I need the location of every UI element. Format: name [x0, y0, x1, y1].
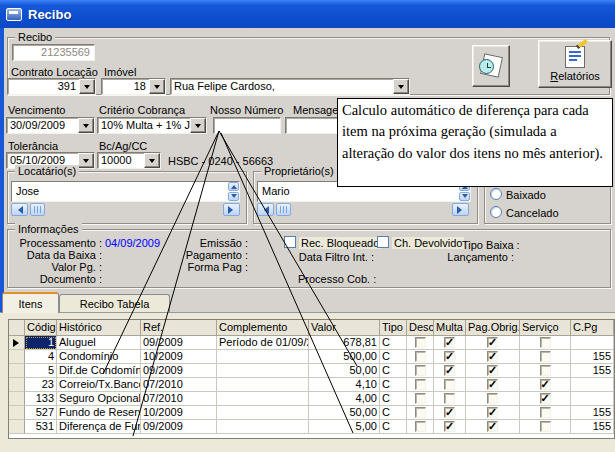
preview-button[interactable] — [472, 45, 510, 87]
grid-cell-codigo[interactable]: 23 — [25, 378, 57, 392]
endereco-combo[interactable]: Rua Felipe Cardoso, — [170, 78, 410, 95]
grid-cell-servico[interactable] — [520, 406, 571, 420]
contrato-locacao-combo[interactable]: 391 — [7, 78, 96, 95]
grid-checkbox-multa[interactable] — [444, 365, 455, 376]
grid-cell-pag_obrig[interactable] — [466, 336, 520, 350]
imovel-combo[interactable]: 18 — [101, 78, 166, 95]
grid-header-cell[interactable]: Histórico — [57, 320, 141, 336]
grid-cell-pag_obrig[interactable] — [466, 406, 520, 420]
row-indicator[interactable] — [9, 350, 25, 364]
grid-cell-multa[interactable] — [434, 406, 466, 420]
grid-cell-desc[interactable] — [407, 392, 434, 406]
grid-cell-complemento[interactable] — [217, 392, 309, 406]
grid-checkbox-multa[interactable] — [444, 379, 455, 390]
grid-cell-valor[interactable]: 4,10 — [309, 378, 380, 392]
grid-cell-complemento[interactable] — [217, 406, 309, 420]
grid-checkbox-servico[interactable] — [540, 421, 551, 432]
grid-header-cell[interactable]: Multa — [434, 320, 466, 336]
grid-cell-ref[interactable]: 10/2009 — [141, 350, 217, 364]
proprietario-spin-down-icon[interactable] — [459, 192, 470, 201]
grid-cell-pag_obrig[interactable] — [466, 350, 520, 364]
grid-cell-historico[interactable]: Seguro Opcional — [57, 392, 141, 406]
grid-cell-servico[interactable] — [520, 420, 571, 434]
grid-cell-cpg[interactable] — [571, 336, 614, 350]
grid-cell-codigo[interactable]: 1 — [25, 336, 57, 350]
rec-bloqueado-checkbox[interactable] — [284, 236, 296, 248]
grid-cell-pag_obrig[interactable] — [466, 378, 520, 392]
grid-cell-historico[interactable]: Aluguel — [57, 336, 141, 350]
grid-cell-tipo[interactable]: C — [380, 364, 407, 378]
bcagcc-combo[interactable]: 10000 — [97, 152, 161, 169]
grid-cell-cpg[interactable]: 155 — [571, 406, 614, 420]
grid-cell-cpg[interactable]: 155 — [571, 420, 614, 434]
grid-cell-tipo[interactable]: C — [380, 406, 407, 420]
tab-recibo-tabela[interactable]: Recibo Tabela — [59, 294, 170, 313]
grid-checkbox-desc[interactable] — [415, 407, 426, 418]
grid-cell-codigo[interactable]: 4 — [25, 350, 57, 364]
cancelado-radio[interactable] — [490, 206, 502, 218]
grid-cell-pag_obrig[interactable] — [466, 392, 520, 406]
grid-cell-codigo[interactable]: 5 — [25, 364, 57, 378]
grid-checkbox-pag_obrig[interactable] — [487, 407, 498, 418]
locatario-scroll-left-icon[interactable] — [11, 203, 28, 216]
grid-cell-desc[interactable] — [407, 336, 434, 350]
row-indicator[interactable] — [9, 406, 25, 420]
grid-cell-valor[interactable]: 4,00 — [309, 392, 380, 406]
grid-checkbox-pag_obrig[interactable] — [487, 337, 498, 348]
grid-cell-ref[interactable]: 07/2010 — [141, 392, 217, 406]
grid-header-cell[interactable]: Pag.Obrig. — [466, 320, 520, 336]
grid-cell-servico[interactable] — [520, 364, 571, 378]
grid-checkbox-pag_obrig[interactable] — [487, 351, 498, 362]
grid-cell-desc[interactable] — [407, 364, 434, 378]
grid-cell-pag_obrig[interactable] — [466, 364, 520, 378]
grid-cell-cpg[interactable] — [571, 392, 614, 406]
grid-cell-historico[interactable]: Fundo de Reserva — [57, 406, 141, 420]
grid-cell-multa[interactable] — [434, 378, 466, 392]
grid-checkbox-multa[interactable] — [444, 351, 455, 362]
dropdown-arrow-icon[interactable] — [144, 153, 160, 168]
grid-cell-valor[interactable]: 50,00 — [309, 406, 380, 420]
grid-cell-codigo[interactable]: 531 — [25, 420, 57, 434]
grid-checkbox-desc[interactable] — [415, 379, 426, 390]
grid-cell-ref[interactable]: 10/2009 — [141, 406, 217, 420]
row-indicator[interactable] — [9, 364, 25, 378]
grid-cell-tipo[interactable]: C — [380, 392, 407, 406]
grid-cell-complemento[interactable] — [217, 420, 309, 434]
grid-cell-complemento[interactable] — [217, 378, 309, 392]
grid-checkbox-desc[interactable] — [415, 393, 426, 404]
grid-checkbox-pag_obrig[interactable] — [487, 393, 498, 404]
grid-cell-historico[interactable]: Condomínio — [57, 350, 141, 364]
grid-cell-valor[interactable]: 678,81 — [309, 336, 380, 350]
dropdown-arrow-icon[interactable] — [393, 79, 409, 94]
grid-checkbox-servico[interactable] — [540, 365, 551, 376]
dropdown-arrow-icon[interactable] — [190, 118, 206, 133]
grid-cell-multa[interactable] — [434, 336, 466, 350]
grid-cell-tipo[interactable]: C — [380, 350, 407, 364]
title-bar[interactable]: Recibo — [0, 0, 615, 28]
grid-cell-ref[interactable]: 09/2009 — [141, 364, 217, 378]
grid-checkbox-servico[interactable] — [540, 407, 551, 418]
grid-cell-historico[interactable]: Diferença de Fundo — [57, 420, 141, 434]
locatario-spin-up-icon[interactable] — [228, 182, 239, 191]
grid-checkbox-pag_obrig[interactable] — [487, 379, 498, 390]
grid-checkbox-servico[interactable] — [540, 337, 551, 348]
proprietario-scroll-right-icon[interactable] — [452, 203, 469, 216]
grid-checkbox-servico[interactable] — [540, 351, 551, 362]
grid-cell-servico[interactable] — [520, 378, 571, 392]
tab-itens[interactable]: Itens — [2, 292, 59, 313]
grid-cell-ref[interactable]: 09/2009 — [141, 336, 217, 350]
grid-checkbox-desc[interactable] — [415, 365, 426, 376]
grid-cell-cpg[interactable]: 155 — [571, 364, 614, 378]
grid-checkbox-multa[interactable] — [444, 393, 455, 404]
grid-checkbox-pag_obrig[interactable] — [487, 365, 498, 376]
grid-cell-multa[interactable] — [434, 420, 466, 434]
grid-header-cell[interactable]: Ref. — [141, 320, 217, 336]
dropdown-arrow-icon[interactable] — [79, 79, 95, 94]
row-indicator[interactable] — [9, 378, 25, 392]
grid-cell-valor[interactable]: 50,00 — [309, 364, 380, 378]
grid-cell-valor[interactable]: 5,00 — [309, 420, 380, 434]
grid-cell-desc[interactable] — [407, 420, 434, 434]
row-indicator[interactable] — [9, 336, 25, 350]
dropdown-arrow-icon[interactable] — [149, 79, 165, 94]
proprietario-scroll-left-icon[interactable] — [257, 203, 274, 216]
